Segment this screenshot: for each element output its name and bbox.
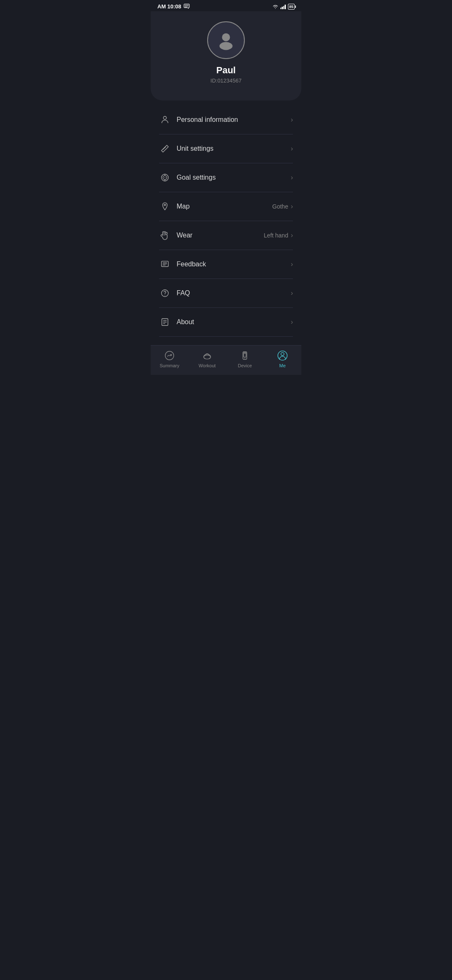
menu-item-map[interactable]: Map Gothe › bbox=[159, 192, 293, 221]
workout-icon bbox=[201, 350, 213, 361]
profile-section: Paul ID:01234567 bbox=[151, 11, 301, 101]
nav-item-workout[interactable]: Workout bbox=[188, 350, 226, 368]
about-icon bbox=[159, 316, 171, 328]
nav-label-device: Device bbox=[238, 363, 252, 368]
device-icon bbox=[239, 350, 251, 361]
status-right: 85 bbox=[272, 4, 295, 10]
menu-label-wear: Wear bbox=[177, 232, 264, 239]
bottom-nav: Summary Workout Device bbox=[151, 345, 301, 375]
wifi-icon bbox=[272, 4, 278, 9]
nav-label-workout: Workout bbox=[199, 363, 216, 368]
target-icon bbox=[159, 172, 171, 183]
svg-line-7 bbox=[163, 148, 164, 150]
svg-point-11 bbox=[164, 177, 165, 178]
menu-label-personal-info: Personal information bbox=[177, 116, 291, 124]
menu-value-map: Gothe bbox=[272, 203, 288, 210]
person-icon bbox=[159, 114, 171, 126]
svg-point-29 bbox=[244, 358, 245, 359]
svg-point-20 bbox=[164, 295, 165, 295]
menu-item-unit-settings[interactable]: Unit settings › bbox=[159, 134, 293, 163]
map-icon bbox=[159, 201, 171, 212]
nav-label-me: Me bbox=[279, 363, 285, 368]
nav-label-summary: Summary bbox=[159, 363, 179, 368]
message-icon bbox=[184, 4, 190, 10]
summary-icon bbox=[164, 350, 175, 361]
hand-icon bbox=[159, 230, 171, 241]
svg-point-6 bbox=[163, 116, 166, 119]
menu-value-wear: Left hand bbox=[264, 232, 288, 239]
status-time: AM 10:08 bbox=[157, 3, 181, 10]
profile-id: ID:01234567 bbox=[211, 77, 241, 84]
chevron-right-icon: › bbox=[291, 145, 293, 152]
menu-item-wear[interactable]: Wear Left hand › bbox=[159, 221, 293, 250]
ruler-icon bbox=[159, 143, 171, 155]
svg-point-5 bbox=[219, 42, 232, 50]
menu-label-map: Map bbox=[177, 203, 272, 210]
svg-line-8 bbox=[164, 147, 166, 148]
menu-label-faq: FAQ bbox=[177, 289, 291, 297]
nav-item-device[interactable]: Device bbox=[226, 350, 264, 368]
signal-icon bbox=[280, 4, 286, 9]
svg-point-31 bbox=[281, 353, 284, 356]
feedback-icon bbox=[159, 258, 171, 270]
avatar-placeholder-icon bbox=[215, 29, 237, 51]
chevron-right-icon: › bbox=[291, 260, 293, 268]
menu-label-unit-settings: Unit settings bbox=[177, 145, 291, 152]
menu-item-goal-settings[interactable]: Goal settings › bbox=[159, 163, 293, 192]
svg-point-14 bbox=[164, 204, 166, 206]
menu-label-about: About bbox=[177, 318, 291, 326]
faq-icon bbox=[159, 287, 171, 299]
nav-item-me[interactable]: Me bbox=[264, 350, 301, 368]
menu-list: Personal information › Unit settings › G… bbox=[151, 106, 301, 337]
svg-point-4 bbox=[222, 34, 230, 41]
chevron-right-icon: › bbox=[291, 116, 293, 124]
menu-item-feedback[interactable]: Feedback › bbox=[159, 250, 293, 279]
chevron-right-icon: › bbox=[291, 203, 293, 210]
menu-label-feedback: Feedback bbox=[177, 260, 291, 268]
nav-item-summary[interactable]: Summary bbox=[151, 350, 188, 368]
battery-icon: 85 bbox=[288, 4, 295, 10]
chevron-right-icon: › bbox=[291, 232, 293, 239]
me-icon bbox=[277, 350, 288, 361]
status-left: AM 10:08 bbox=[157, 3, 190, 10]
menu-item-personal-info[interactable]: Personal information › bbox=[159, 106, 293, 134]
chevron-right-icon: › bbox=[291, 318, 293, 326]
chevron-right-icon: › bbox=[291, 289, 293, 297]
status-bar: AM 10:08 85 bbox=[151, 0, 301, 11]
chevron-right-icon: › bbox=[291, 174, 293, 181]
menu-label-goal-settings: Goal settings bbox=[177, 174, 291, 181]
avatar bbox=[207, 21, 245, 59]
menu-item-faq[interactable]: FAQ › bbox=[159, 279, 293, 308]
profile-name: Paul bbox=[216, 65, 236, 76]
menu-item-about[interactable]: About › bbox=[159, 308, 293, 337]
